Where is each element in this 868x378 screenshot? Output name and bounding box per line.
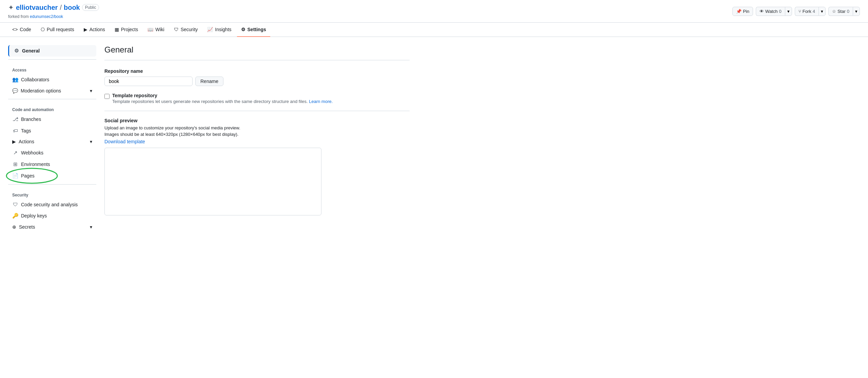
repo-actions: 📌 Pin 👁 Watch 0 ▾ ⑂ Fork 4 ▾ xyxy=(732,7,860,16)
tab-pull-requests[interactable]: ⎔ Pull requests xyxy=(37,23,78,37)
wiki-icon: 📖 xyxy=(147,27,153,32)
tab-wiki-label: Wiki xyxy=(155,27,164,32)
sidebar-item-webhooks[interactable]: ↗ Webhooks xyxy=(8,147,96,159)
owner-link[interactable]: elliotvaucher xyxy=(16,4,58,12)
visibility-badge: Public xyxy=(82,4,99,11)
sidebar-divider-1 xyxy=(8,59,96,60)
repo-name-input[interactable] xyxy=(104,77,193,86)
sidebar-item-pages[interactable]: 📄 Pages xyxy=(8,170,96,182)
image-upload-box[interactable] xyxy=(104,148,321,215)
tab-wiki[interactable]: 📖 Wiki xyxy=(143,23,168,37)
sidebar-item-code-security[interactable]: 🛡 Code security and analysis xyxy=(8,199,96,210)
tab-projects-label: Projects xyxy=(121,27,138,32)
tab-settings-label: Settings xyxy=(248,27,266,32)
separator: / xyxy=(60,4,62,12)
actions-left: ▶ Actions xyxy=(12,139,34,144)
sidebar-item-secrets[interactable]: ⊕ Secrets ▾ xyxy=(8,222,96,232)
code-security-label: Code security and analysis xyxy=(21,202,78,207)
sidebar-general-label: General xyxy=(22,48,40,54)
secrets-left: ⊕ Secrets xyxy=(12,224,35,230)
template-label: Template repository xyxy=(112,93,333,98)
sidebar-item-branches[interactable]: ⎇ Branches xyxy=(8,113,96,125)
star-dropdown[interactable]: ▾ xyxy=(853,7,860,16)
social-preview-size: Images should be at least 640×320px (128… xyxy=(104,132,410,137)
template-checkbox[interactable] xyxy=(104,94,110,99)
pin-button[interactable]: 📌 Pin xyxy=(732,7,753,16)
pages-label: Pages xyxy=(21,173,35,178)
repo-name-section: Repository name Rename xyxy=(104,68,410,86)
tab-actions-label: Actions xyxy=(90,27,105,32)
moderation-label: Moderation options xyxy=(21,88,61,93)
people-icon: 👥 xyxy=(12,77,18,83)
settings-sidebar: ⚙ General Access 👥 Collaborators 💬 Moder… xyxy=(8,45,96,232)
secrets-icon: ⊕ xyxy=(12,224,16,230)
repo-name-link[interactable]: book xyxy=(64,4,80,12)
download-template-link[interactable]: Download template xyxy=(104,139,145,144)
sidebar-item-general[interactable]: ⚙ General xyxy=(8,45,96,57)
moderation-icon: 💬 xyxy=(12,88,18,93)
pages-icon: 📄 xyxy=(12,173,18,179)
moderation-chevron: ▾ xyxy=(90,88,92,93)
sidebar-item-actions[interactable]: ▶ Actions ▾ xyxy=(8,136,96,147)
fork-count: 4 xyxy=(813,9,815,14)
pin-label: Pin xyxy=(743,9,749,14)
learn-more-link[interactable]: Learn more. xyxy=(309,99,333,104)
repo-name-label: Repository name xyxy=(104,68,410,74)
tab-security[interactable]: 🛡 Security xyxy=(170,23,202,37)
sidebar-item-environments[interactable]: ⊞ Environments xyxy=(8,159,96,170)
sidebar-divider-3 xyxy=(8,184,96,185)
watch-label: Watch xyxy=(765,9,777,14)
tab-projects[interactable]: ▦ Projects xyxy=(111,23,142,37)
tab-settings[interactable]: ⚙ Settings xyxy=(237,23,270,37)
repo-octicon: ✦ xyxy=(8,3,14,12)
fork-dropdown[interactable]: ▾ xyxy=(818,7,826,16)
fork-source-link[interactable]: edunumsec2/book xyxy=(30,14,63,19)
pr-icon: ⎔ xyxy=(41,27,45,32)
branches-icon: ⎇ xyxy=(12,116,18,122)
page-title: General xyxy=(104,45,410,60)
security-icon: 🛡 xyxy=(174,27,179,32)
fork-button[interactable]: ⑂ Fork 4 xyxy=(795,7,818,16)
nav-tabs: <> Code ⎔ Pull requests ▶ Actions ▦ Proj… xyxy=(0,23,868,37)
insights-icon: 📈 xyxy=(207,27,213,32)
moderation-left: 💬 Moderation options xyxy=(12,88,61,93)
template-desc-text: Template repositories let users generate… xyxy=(112,99,308,104)
pin-icon: 📌 xyxy=(736,9,742,14)
tab-actions[interactable]: ▶ Actions xyxy=(80,23,109,37)
security-section-label: Security xyxy=(8,187,96,199)
tab-insights-label: Insights xyxy=(215,27,231,32)
sidebar-item-deploy-keys[interactable]: 🔑 Deploy keys xyxy=(8,210,96,222)
watch-dropdown[interactable]: ▾ xyxy=(785,7,792,16)
secrets-label: Secrets xyxy=(19,224,35,230)
star-icon: ☆ xyxy=(832,9,836,14)
star-count: 0 xyxy=(847,9,849,14)
repo-name-row: Rename xyxy=(104,77,410,86)
sidebar-item-moderation[interactable]: 💬 Moderation options ▾ xyxy=(8,85,96,96)
template-description: Template repositories let users generate… xyxy=(112,99,333,104)
tab-code[interactable]: <> Code xyxy=(8,23,35,37)
watch-button[interactable]: 👁 Watch 0 xyxy=(756,7,785,16)
webhooks-label: Webhooks xyxy=(21,150,43,155)
rename-button[interactable]: Rename xyxy=(195,77,223,86)
forked-from: forked from edunumsec2/book xyxy=(8,14,63,19)
star-button[interactable]: ☆ Star 0 xyxy=(828,7,853,16)
sidebar-item-collaborators[interactable]: 👥 Collaborators xyxy=(8,74,96,85)
actions-sidebar-icon: ▶ xyxy=(12,139,16,144)
repo-header-left: ✦ elliotvaucher / book Public forked fro… xyxy=(8,3,99,19)
actions-sidebar-label: Actions xyxy=(19,139,34,144)
fork-icon: ⑂ xyxy=(798,9,801,14)
deploy-keys-icon: 🔑 xyxy=(12,213,18,219)
social-preview-section: Social preview Upload an image to custom… xyxy=(104,118,410,215)
tab-insights[interactable]: 📈 Insights xyxy=(203,23,235,37)
settings-icon: ⚙ xyxy=(241,27,245,32)
template-section: Template repository Template repositorie… xyxy=(104,93,410,111)
webhooks-icon: ↗ xyxy=(12,150,18,156)
star-chevron-icon: ▾ xyxy=(855,9,857,14)
actions-chevron: ▾ xyxy=(90,139,92,144)
code-icon: <> xyxy=(12,27,18,32)
secrets-chevron: ▾ xyxy=(90,224,92,230)
tab-security-label: Security xyxy=(181,27,198,32)
sidebar-item-tags[interactable]: 🏷 Tags xyxy=(8,125,96,136)
star-group: ☆ Star 0 ▾ xyxy=(828,7,860,16)
watch-chevron-icon: ▾ xyxy=(787,9,790,14)
